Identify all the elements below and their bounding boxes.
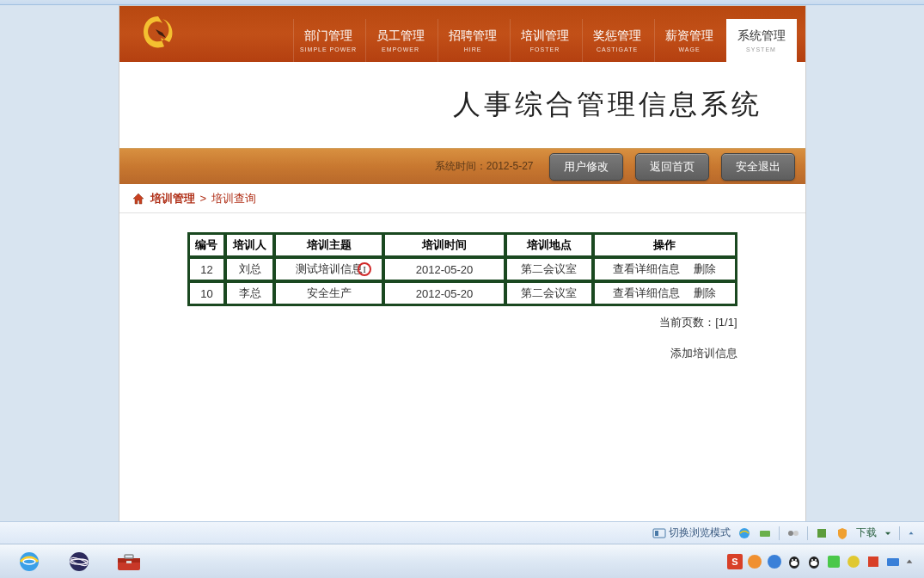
training-table: 编号 培训人 培训主题 培训时间 培训地点 操作 12 刘总 测试培训信息I 2… — [187, 232, 737, 306]
home-icon — [132, 192, 145, 206]
switch-icon — [652, 526, 666, 540]
exit-button[interactable]: 安全退出 — [721, 153, 795, 181]
svg-rect-3 — [655, 531, 658, 536]
pager: 当前页数：[1/1] — [187, 315, 737, 330]
nav-label: 奖惩管理 — [593, 28, 641, 44]
svg-point-23 — [768, 555, 781, 569]
nav-sub: CASTIGATE — [597, 46, 638, 52]
logo — [137, 12, 180, 55]
svg-text:S: S — [731, 556, 737, 567]
taskbar: S — [0, 544, 924, 578]
cell-time: 2012-05-20 — [384, 258, 505, 280]
browser-status-bar: 切换浏览模式 下载 — [0, 521, 924, 544]
svg-marker-0 — [156, 29, 166, 38]
app-frame: 部门管理SIMPLE POWER 员工管理EMPOWER 招聘管理HIRE 培训… — [119, 5, 806, 528]
nav-sub: SYSTEM — [746, 46, 776, 52]
browse-mode-toggle[interactable]: 切换浏览模式 — [652, 526, 731, 540]
nav-sub: EMPOWER — [382, 46, 419, 52]
svg-rect-19 — [126, 561, 132, 563]
cell-trainer: 李总 — [226, 282, 273, 304]
user-modify-button[interactable]: 用户修改 — [549, 153, 623, 181]
tray-qq-icon[interactable] — [806, 554, 822, 569]
tray-icon-2[interactable] — [767, 554, 782, 569]
table-row: 10 李总 安全生产 2012-05-20 第二会议室 查看详细信息删除 — [189, 282, 736, 304]
nav-label: 培训管理 — [521, 28, 569, 44]
nav-label: 部门管理 — [304, 28, 352, 44]
cell-time: 2012-05-20 — [384, 282, 505, 304]
task-ie[interactable] — [5, 547, 53, 576]
cell-location: 第二会议室 — [506, 258, 592, 280]
content-area: 编号 培训人 培训主题 培训时间 培训地点 操作 12 刘总 测试培训信息I 2… — [119, 213, 805, 380]
tray-qq-icon[interactable] — [786, 554, 802, 569]
nav-training[interactable]: 培训管理FOSTER — [510, 19, 580, 62]
th-ops: 操作 — [594, 234, 736, 256]
cell-location: 第二会议室 — [506, 282, 592, 304]
header: 部门管理SIMPLE POWER 员工管理EMPOWER 招聘管理HIRE 培训… — [119, 6, 805, 62]
nav-label: 薪资管理 — [665, 28, 713, 44]
tray-icon-6[interactable] — [846, 554, 861, 569]
svg-rect-5 — [760, 531, 770, 537]
cell-ops: 查看详细信息删除 — [594, 258, 736, 280]
nav-label: 系统管理 — [737, 28, 786, 44]
cell-id: 10 — [189, 282, 225, 304]
delete-link[interactable]: 删除 — [694, 286, 716, 299]
nav-sub: WAGE — [678, 46, 700, 52]
svg-point-6 — [788, 531, 793, 536]
main-nav: 部门管理SIMPLE POWER 员工管理EMPOWER 招聘管理HIRE 培训… — [293, 19, 797, 62]
nav-system[interactable]: 系统管理SYSTEM — [726, 19, 797, 62]
tray-icon-5[interactable] — [826, 554, 841, 569]
tray-icon-7[interactable] — [866, 554, 881, 569]
th-time: 培训时间 — [384, 234, 505, 256]
cell-id: 12 — [189, 258, 225, 280]
nav-sub: FOSTER — [530, 46, 560, 52]
separator — [779, 526, 780, 540]
tray-icon-8[interactable] — [885, 554, 901, 569]
th-location: 培训地点 — [506, 234, 592, 256]
subheader: 系统时间：2012-5-27 用户修改 返回首页 安全退出 — [119, 148, 805, 184]
table-row: 12 刘总 测试培训信息I 2012-05-20 第二会议室 查看详细信息删除 — [189, 258, 736, 280]
th-id: 编号 — [189, 234, 225, 256]
task-toolbox[interactable] — [105, 547, 153, 576]
svg-marker-36 — [907, 559, 913, 563]
add-training-link[interactable]: 添加培训信息 — [670, 347, 737, 360]
svg-rect-35 — [887, 558, 899, 566]
th-topic: 培训主题 — [275, 234, 382, 256]
separator — [807, 526, 808, 540]
svg-point-26 — [792, 559, 793, 561]
svg-rect-32 — [828, 556, 840, 568]
nav-salary[interactable]: 薪资管理WAGE — [654, 19, 725, 62]
table-header-row: 编号 培训人 培训主题 培训时间 培训地点 操作 — [189, 234, 736, 256]
nav-reward[interactable]: 奖惩管理CASTIGATE — [582, 19, 652, 62]
compat-icon[interactable] — [758, 526, 772, 540]
nav-sub: SIMPLE POWER — [300, 46, 357, 52]
view-detail-link[interactable]: 查看详细信息 — [613, 262, 680, 275]
home-button[interactable]: 返回首页 — [635, 153, 709, 181]
svg-marker-1 — [133, 194, 144, 204]
nav-recruit[interactable]: 招聘管理HIRE — [438, 19, 508, 62]
breadcrumb-main[interactable]: 培训管理 — [150, 191, 195, 206]
svg-point-7 — [793, 531, 799, 536]
svg-point-31 — [815, 559, 817, 561]
shield-icon[interactable] — [835, 526, 849, 540]
chevron-down-icon[interactable] — [884, 526, 892, 540]
view-detail-link[interactable]: 查看详细信息 — [613, 286, 680, 299]
nav-label: 招聘管理 — [449, 28, 497, 44]
breadcrumb: 培训管理 > 培训查询 — [119, 184, 805, 213]
nav-employee[interactable]: 员工管理EMPOWER — [365, 19, 436, 62]
tray-chevron-icon[interactable] — [905, 554, 914, 569]
network-icon[interactable] — [786, 526, 800, 540]
tray-icon-1[interactable] — [747, 554, 762, 569]
expand-icon[interactable] — [907, 526, 915, 540]
svg-point-25 — [791, 561, 798, 566]
sogou-icon[interactable]: S — [727, 554, 743, 569]
system-title: 人事综合管理信息系统 — [453, 86, 762, 124]
cell-trainer: 刘总 — [226, 258, 273, 280]
delete-link[interactable]: 删除 — [694, 262, 716, 275]
ie-icon[interactable] — [737, 526, 751, 540]
svg-point-27 — [795, 559, 797, 561]
task-eclipse[interactable] — [55, 547, 103, 576]
svg-point-22 — [748, 555, 762, 569]
tool-icon[interactable] — [815, 526, 829, 540]
nav-dept[interactable]: 部门管理SIMPLE POWER — [293, 19, 364, 62]
download-label[interactable]: 下载 — [856, 526, 877, 540]
